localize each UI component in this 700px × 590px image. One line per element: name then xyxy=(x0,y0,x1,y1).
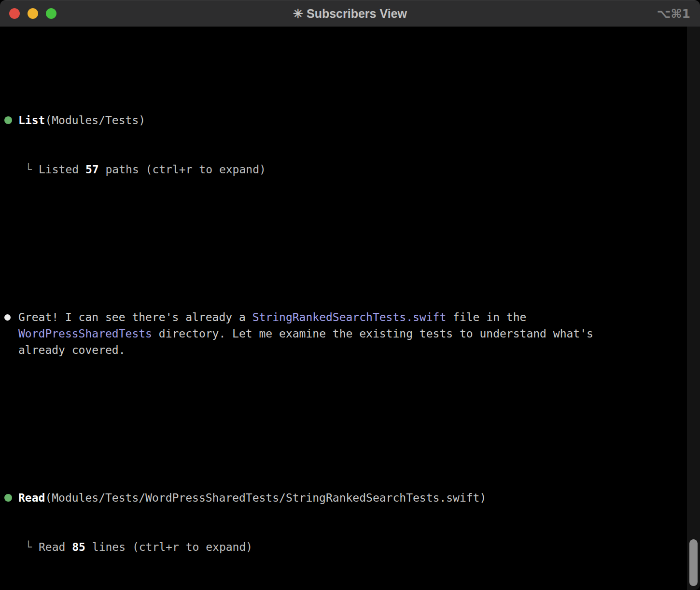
tool-bullet-icon xyxy=(4,494,12,502)
close-button[interactable] xyxy=(9,8,20,19)
tool-result-read-text: Read 85 lines (ctrl+r to expand) xyxy=(39,539,647,555)
titlebar: ✳ Subscribers View ⌥⌘1 xyxy=(0,0,700,27)
tool-result-list: └ Listed 57 paths (ctrl+r to expand) xyxy=(0,161,700,178)
terminal-content: List(Modules/Tests) └ Listed 57 paths (c… xyxy=(0,27,700,590)
terminal-window: ✳ Subscribers View ⌥⌘1 List(Modules/Test… xyxy=(0,0,700,590)
tool-result-list-text: Listed 57 paths (ctrl+r to expand) xyxy=(39,161,647,178)
assistant-message-1: Great! I can see there's already a Strin… xyxy=(0,309,700,358)
minimize-button[interactable] xyxy=(28,8,38,19)
tool-bullet-icon xyxy=(4,116,12,124)
tool-result-read: └ Read 85 lines (ctrl+r to expand) xyxy=(0,539,700,555)
window-shortcut: ⌥⌘1 xyxy=(657,6,690,20)
traffic-lights xyxy=(0,8,56,19)
tool-call-list: List(Modules/Tests) xyxy=(0,112,700,128)
result-corner-icon: └ xyxy=(25,539,39,555)
window-title: ✳ Subscribers View xyxy=(293,6,407,20)
zoom-button[interactable] xyxy=(46,8,56,19)
result-corner-icon: └ xyxy=(25,161,39,178)
tool-call-read: Read(Modules/Tests/WordPressSharedTests/… xyxy=(0,490,700,506)
scrollbar-track[interactable] xyxy=(687,27,700,590)
tool-call-list-header: List(Modules/Tests) xyxy=(18,112,145,128)
assistant-message-1-text: Great! I can see there's already a Strin… xyxy=(18,309,627,358)
tool-call-read-header: Read(Modules/Tests/WordPressSharedTests/… xyxy=(18,490,486,506)
message-bullet-icon xyxy=(4,314,11,321)
scrollbar-thumb[interactable] xyxy=(689,539,698,586)
